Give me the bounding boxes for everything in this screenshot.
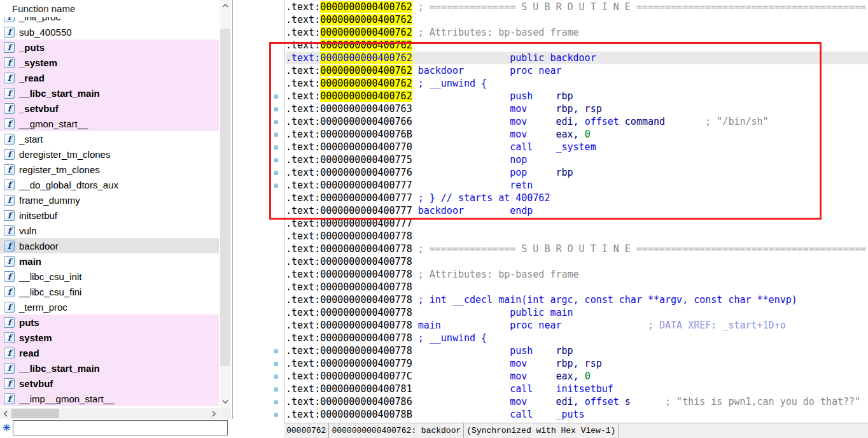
disasm-line[interactable]: .text:0000000000400778 public main xyxy=(286,306,868,319)
disasm-line[interactable]: .text:000000000040076B mov eax, 0 xyxy=(286,128,868,141)
function-list-item[interactable]: f_setvbuf xyxy=(0,101,219,116)
function-list-item[interactable]: fframe_dummy xyxy=(0,192,219,208)
disasm-line[interactable]: .text:0000000000400778 push rbp xyxy=(286,344,868,357)
function-name-label: setvbuf xyxy=(19,378,53,389)
disasm-line[interactable]: .text:0000000000400779 mov rbp, rsp xyxy=(286,357,868,370)
function-list-item[interactable]: fmain xyxy=(0,253,219,269)
function-list-item[interactable]: f_term_proc xyxy=(0,299,219,314)
address: 0000000000400778 xyxy=(320,320,412,331)
disasm-line[interactable]: .text:0000000000400781 call initsetbuf xyxy=(286,383,868,395)
disasm-line[interactable]: .text:0000000000400777 backdoor endp xyxy=(286,204,868,217)
function-icon: f xyxy=(4,241,15,251)
scroll-right-icon[interactable] xyxy=(208,408,219,419)
function-list-item[interactable]: fderegister_tm_clones xyxy=(0,146,219,162)
instruction-dot-icon xyxy=(274,94,278,99)
function-name-label: read xyxy=(19,348,39,358)
disasm-line[interactable]: .text:0000000000400762 push rbp xyxy=(286,90,868,102)
disasm-line[interactable]: .text:000000000040078B call _puts xyxy=(286,408,868,421)
function-list-item[interactable]: f__libc_start_main xyxy=(0,360,219,376)
function-list-item[interactable]: fread xyxy=(0,345,219,360)
address: 0000000000400779 xyxy=(320,358,412,369)
function-list-item[interactable]: f__imp__gmon_start__ xyxy=(0,391,219,406)
disassembly-listing: .text:0000000000400762 ; ===============… xyxy=(286,1,868,421)
address: 0000000000400777 xyxy=(320,180,412,191)
address: 0000000000400778 xyxy=(320,230,412,242)
disasm-line[interactable]: .text:0000000000400763 mov rbp, rsp xyxy=(286,102,868,115)
function-name-label: _read xyxy=(19,73,45,83)
function-list-item[interactable]: fregister_tm_clones xyxy=(0,162,219,177)
address: 0000000000400777 xyxy=(320,192,412,204)
function-list-item[interactable]: fsub_400550 xyxy=(0,24,219,39)
disasm-line[interactable]: .text:0000000000400778 ; ===============… xyxy=(286,243,868,255)
function-list-item[interactable]: f__gmon_start__ xyxy=(0,116,219,131)
function-list-item[interactable]: finitsetbuf xyxy=(0,208,219,223)
disasm-line[interactable]: .text:0000000000400778 ; int __cdecl mai… xyxy=(286,293,868,306)
disasm-line[interactable]: .text:0000000000400778 xyxy=(286,230,868,243)
function-name-label: vuln xyxy=(19,225,37,236)
disasm-line[interactable]: .text:0000000000400762 xyxy=(286,13,868,26)
address: 000000000040077C xyxy=(320,371,412,382)
disasm-line[interactable]: .text:0000000000400778 main proc near ; … xyxy=(286,319,868,332)
disasm-line[interactable]: .text:0000000000400776 pop rbp xyxy=(286,166,868,179)
disasm-line[interactable]: .text:0000000000400762 ; Attributes: bp-… xyxy=(286,26,868,39)
function-list-item[interactable]: f_system xyxy=(0,55,219,70)
functions-filter-row: ✳ xyxy=(0,419,233,438)
function-name-label: __imp__gmon_start__ xyxy=(19,393,114,404)
scroll-down-icon[interactable] xyxy=(220,396,231,407)
address: 0000000000400778 xyxy=(320,332,412,344)
vertical-scroll-thumb[interactable] xyxy=(220,29,230,366)
disasm-line[interactable]: .text:000000000040077C mov eax, 0 xyxy=(286,370,868,383)
functions-vertical-scrollbar[interactable] xyxy=(220,0,231,407)
disasm-line[interactable]: .text:0000000000400762 backdoor proc nea… xyxy=(286,64,868,77)
functions-header-column[interactable]: Function name xyxy=(0,0,220,17)
disasm-line[interactable]: .text:0000000000400762 ; __unwind { xyxy=(286,77,868,90)
ida-window: Function name f_init_procfsub_400550f_pu… xyxy=(0,0,868,438)
function-icon: f xyxy=(4,348,15,358)
function-icon: f xyxy=(4,363,15,374)
disasm-line[interactable]: .text:0000000000400777 xyxy=(286,217,868,230)
horizontal-scroll-thumb[interactable] xyxy=(11,409,59,418)
functions-filter-input[interactable] xyxy=(13,420,228,435)
function-list-item[interactable]: fvuln xyxy=(0,223,219,238)
disasm-line[interactable]: .text:0000000000400762 public backdoor xyxy=(286,52,868,64)
function-name-label: __libc_csu_fini xyxy=(19,286,81,297)
disasm-line[interactable]: .text:0000000000400770 call _system xyxy=(286,141,868,153)
function-list-item[interactable]: f__do_global_dtors_aux xyxy=(0,177,219,192)
functions-horizontal-scrollbar[interactable] xyxy=(0,408,219,419)
disasm-line[interactable]: .text:0000000000400778 ; __unwind { xyxy=(286,332,868,344)
address: 0000000000400778 xyxy=(320,307,412,318)
function-list-item[interactable]: f__libc_csu_fini xyxy=(0,284,219,299)
function-list-item[interactable]: fbackdoor xyxy=(0,238,219,253)
function-name-label: main xyxy=(19,256,41,267)
status-bar: 00000762 0000000000400762: backdoor (Syn… xyxy=(284,423,868,438)
disasm-line[interactable]: .text:0000000000400778 ; Attributes: bp-… xyxy=(286,268,868,281)
disasm-line[interactable]: .text:0000000000400766 mov edi, offset c… xyxy=(286,115,868,128)
disasm-line[interactable]: .text:0000000000400778 xyxy=(286,281,868,293)
scroll-up-icon[interactable] xyxy=(220,0,231,11)
function-list-item[interactable]: f__libc_csu_init xyxy=(0,269,219,284)
disasm-line[interactable]: .text:0000000000400777 retn xyxy=(286,179,868,192)
address: 0000000000400775 xyxy=(320,154,412,166)
function-list-item[interactable]: f_start xyxy=(0,131,219,146)
address: 0000000000400762 xyxy=(320,65,412,76)
function-list-item[interactable]: f_read xyxy=(0,70,219,85)
function-name-label: system xyxy=(19,332,52,343)
functions-panel: Function name f_init_procfsub_400550f_pu… xyxy=(0,0,233,438)
status-sync: (Synchronized with Hex View-1) xyxy=(464,423,619,438)
scroll-left-icon[interactable] xyxy=(0,408,11,419)
address: 0000000000400777 xyxy=(320,218,412,229)
function-list-item[interactable]: fsetvbuf xyxy=(0,376,219,391)
disasm-line[interactable]: .text:0000000000400786 mov edi, offset s… xyxy=(286,395,868,408)
function-name-label: __libc_start_main xyxy=(19,363,100,374)
function-list-item[interactable]: f_puts xyxy=(0,39,219,55)
function-name-label: __do_global_dtors_aux xyxy=(19,180,118,190)
function-list-item[interactable]: fputs xyxy=(0,314,219,330)
function-list-item[interactable]: fsystem xyxy=(0,330,219,345)
function-list-item[interactable]: f__libc_start_main xyxy=(0,85,219,101)
disasm-line[interactable]: .text:0000000000400777 ; } // starts at … xyxy=(286,192,868,204)
disasm-line[interactable]: .text:0000000000400778 xyxy=(286,255,868,268)
disasm-line[interactable]: .text:0000000000400762 ; ===============… xyxy=(286,1,868,13)
disasm-line[interactable]: .text:0000000000400775 nop xyxy=(286,153,868,166)
address: 0000000000400770 xyxy=(320,141,412,153)
disasm-line[interactable]: .text:0000000000400762 xyxy=(286,39,868,52)
